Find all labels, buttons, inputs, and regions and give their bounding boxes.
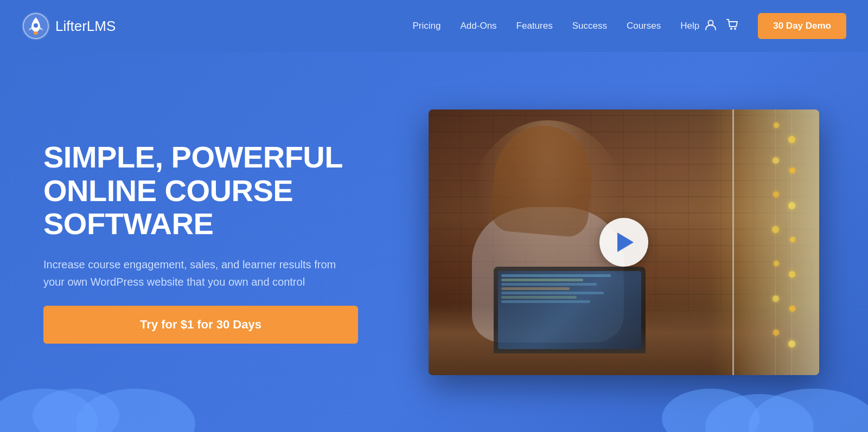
cloud-4 [662,389,760,432]
logo-icon [22,12,50,40]
hero-subtext: Increase course engagement, sales, and l… [43,256,347,291]
nav-pricing[interactable]: Pricing [413,21,441,31]
cloud-2 [33,389,119,432]
hero-video-area [423,109,825,375]
play-overlay [429,109,819,375]
logo[interactable]: LifterLMS [22,12,116,40]
svg-point-2 [34,23,38,28]
hero-section: SIMPLE, POWERFUL ONLINE COURSE SOFTWARE … [0,52,868,432]
svg-point-5 [734,28,736,30]
nav-icons: 30 Day Demo [705,13,846,39]
cloud-1 [0,389,98,432]
site-header: LifterLMS Pricing Add-Ons Features Succe… [0,0,868,52]
cloud-decorations [0,378,868,432]
nav-success[interactable]: Success [572,21,607,31]
nav-addons[interactable]: Add-Ons [461,21,497,31]
nav-courses[interactable]: Courses [627,21,661,31]
nav-features[interactable]: Features [516,21,553,31]
main-nav: Pricing Add-Ons Features Success Courses… [413,21,700,31]
video-thumbnail[interactable] [429,109,819,375]
play-button[interactable] [599,218,648,267]
hero-content: SIMPLE, POWERFUL ONLINE COURSE SOFTWARE … [43,140,380,344]
hero-heading: SIMPLE, POWERFUL ONLINE COURSE SOFTWARE [43,140,380,241]
cloud-3 [76,389,195,432]
cloud-6 [749,389,868,432]
play-icon [617,233,634,252]
nav-help[interactable]: Help [680,21,699,31]
cart-icon[interactable] [726,19,739,34]
svg-point-4 [730,28,732,30]
cta-button[interactable]: Try for $1 for 30 Days [43,306,358,344]
demo-button[interactable]: 30 Day Demo [758,13,846,39]
svg-point-3 [709,20,713,25]
cloud-5 [705,394,814,432]
user-icon[interactable] [705,19,717,34]
logo-text: LifterLMS [55,18,116,35]
